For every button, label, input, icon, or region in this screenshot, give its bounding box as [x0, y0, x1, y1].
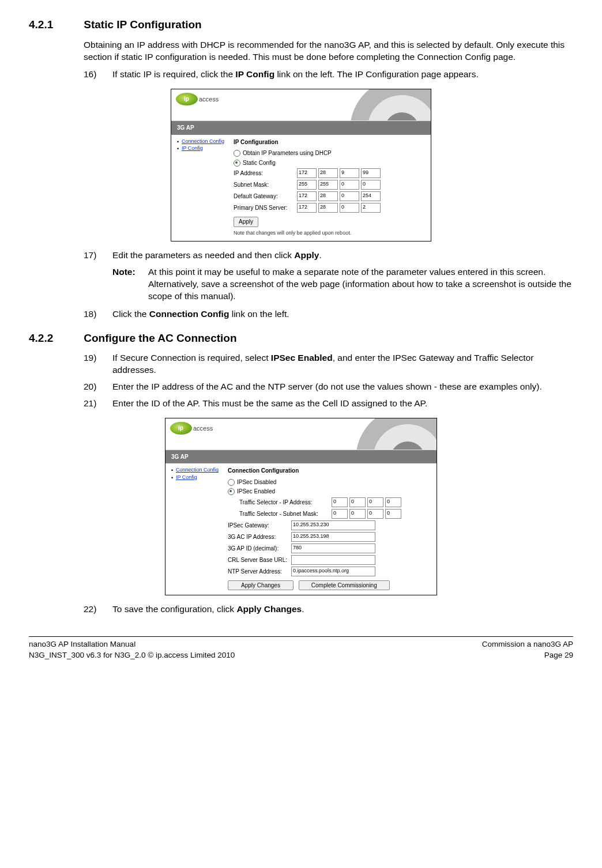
ipsec-gateway-input[interactable]: 10.255.253.230: [291, 520, 375, 530]
ts-ip-octet[interactable]: 0: [367, 497, 383, 507]
label-gateway: Default Gateway:: [234, 193, 297, 201]
ts-mask-octet[interactable]: 0: [349, 509, 366, 519]
ts-mask-octet[interactable]: 0: [367, 509, 383, 519]
step-text: To save the configuration, click Apply C…: [112, 603, 573, 616]
nav-ip-config[interactable]: IP Config: [182, 145, 203, 152]
step-number: 19): [84, 352, 112, 376]
label-ac-ip: 3G AC IP Address:: [228, 533, 291, 541]
heading-title: Static IP Configuration: [84, 18, 201, 31]
crl-input[interactable]: [291, 555, 375, 565]
ts-ip-octet[interactable]: 0: [349, 497, 366, 507]
ac-ip-input[interactable]: 10.255.253.198: [291, 532, 375, 542]
ts-mask-octet[interactable]: 0: [332, 509, 348, 519]
step-number: 21): [84, 398, 112, 410]
ts-mask-octet[interactable]: 0: [385, 509, 401, 519]
gw-octet[interactable]: 28: [318, 191, 338, 201]
step-number: 22): [84, 603, 112, 616]
gw-octet[interactable]: 172: [297, 191, 317, 201]
footer-chapter: Commission a nano3G AP: [482, 639, 573, 650]
screenshot-ip-config: ipaccess 3G AP •Connection Config •IP Co…: [171, 89, 431, 241]
banner-3g-ap: 3G AP: [165, 450, 437, 464]
label-ntp: NTP Server Address:: [228, 568, 291, 576]
mask-octet[interactable]: 255: [297, 180, 317, 190]
note-label: Note:: [112, 266, 148, 303]
nav-connection-config[interactable]: Connection Config: [176, 467, 219, 474]
mask-octet[interactable]: 0: [340, 180, 359, 190]
label-ipsec-gw: IPSec Gateway:: [228, 522, 291, 530]
step-text: Enter the ID of the AP. This must be the…: [112, 398, 573, 410]
step-number: 16): [84, 69, 112, 81]
step-text: Edit the parameters as needed and then c…: [112, 250, 573, 262]
step-16: 16) If static IP is required, click the …: [84, 69, 573, 81]
gw-octet[interactable]: 0: [340, 191, 359, 201]
decorative-arcs: [310, 418, 437, 450]
label-mask: Subnet Mask:: [234, 181, 297, 189]
label-ts-mask: Traffic Selector - Subnet Mask:: [228, 510, 332, 518]
apply-button[interactable]: Apply: [234, 217, 258, 227]
step-22: 22) To save the configuration, click App…: [84, 603, 573, 616]
step-text: If static IP is required, click the IP C…: [112, 69, 573, 81]
nav-connection-config[interactable]: Connection Config: [182, 138, 224, 145]
ts-ip-octet[interactable]: 0: [332, 497, 348, 507]
label-crl: CRL Server Base URL:: [228, 556, 291, 564]
ipaccess-logo: ipaccess: [176, 93, 219, 105]
step-number: 20): [84, 381, 112, 393]
radio-icon: [228, 488, 235, 495]
ip-octet[interactable]: 28: [318, 168, 338, 178]
dns-octet[interactable]: 0: [340, 203, 359, 213]
nav-ip-config[interactable]: IP Config: [176, 474, 197, 481]
step-17: 17) Edit the parameters as needed and th…: [84, 250, 573, 262]
form-title: Connection Configuration: [228, 467, 431, 475]
ip-octet[interactable]: 99: [361, 168, 381, 178]
heading-number: 4.2.2: [29, 331, 81, 346]
ap-id-input[interactable]: 780: [291, 544, 375, 553]
gw-octet[interactable]: 254: [361, 191, 381, 201]
footer-doc-version: N3G_INST_300 v6.3 for N3G_2.0 © ip.acces…: [29, 650, 235, 661]
mask-octet[interactable]: 255: [318, 180, 338, 190]
radio-icon: [228, 479, 235, 486]
step-number: 18): [84, 308, 112, 320]
ntp-input[interactable]: 0.ipaccess.pools.ntp.org: [291, 567, 375, 576]
step-number: 17): [84, 250, 112, 262]
intro-paragraph: Obtaining an IP address with DHCP is rec…: [84, 39, 573, 63]
step-text: Enter the IP address of the AC and the N…: [112, 381, 573, 393]
label-ip: IP Address:: [234, 169, 297, 178]
note-text: At this point it may be useful to make a…: [148, 266, 573, 303]
heading-421: 4.2.1 Static IP Configuration: [29, 17, 573, 32]
label-ap-id: 3G AP ID (decimal):: [228, 545, 291, 553]
radio-ipsec-disabled[interactable]: IPSec Disabled: [228, 478, 431, 486]
complete-commissioning-button[interactable]: Complete Commissioning: [299, 580, 390, 591]
radio-static[interactable]: Static Config: [234, 159, 425, 167]
step-21: 21) Enter the ID of the AP. This must be…: [84, 398, 573, 410]
screenshot-header: ipaccess: [171, 89, 431, 121]
screenshot-nav: •Connection Config •IP Config: [165, 463, 224, 595]
label-ts-ip: Traffic Selector - IP Address:: [228, 499, 332, 507]
footer-page: Page 29: [482, 650, 573, 661]
step-text: Click the Connection Config link on the …: [112, 308, 573, 320]
footer-doc-title: nano3G AP Installation Manual: [29, 639, 235, 650]
banner-3g-ap: 3G AP: [171, 121, 431, 135]
radio-icon: [234, 150, 240, 157]
step-18: 18) Click the Connection Config link on …: [84, 308, 573, 320]
ip-octet[interactable]: 9: [340, 168, 359, 178]
ip-octet[interactable]: 172: [297, 168, 317, 178]
dns-octet[interactable]: 2: [361, 203, 381, 213]
form-footnote: Note that changes will only be applied u…: [234, 229, 425, 236]
step-text: If Secure Connection is required, select…: [112, 352, 573, 376]
radio-dhcp[interactable]: Obtain IP Parameters using DHCP: [234, 149, 425, 157]
form-title: IP Configuration: [234, 138, 425, 146]
apply-changes-button[interactable]: Apply Changes: [228, 580, 294, 591]
dns-octet[interactable]: 172: [297, 203, 317, 213]
screenshot-header: ipaccess: [165, 418, 437, 450]
radio-ipsec-enabled[interactable]: IPSec Enabled: [228, 488, 431, 496]
mask-octet[interactable]: 0: [361, 180, 381, 190]
radio-icon: [234, 160, 240, 167]
decorative-arcs: [304, 89, 431, 121]
label-dns: Primary DNS Server:: [234, 204, 297, 212]
ts-ip-octet[interactable]: 0: [385, 497, 401, 507]
dns-octet[interactable]: 28: [318, 203, 338, 213]
step-19: 19) If Secure Connection is required, se…: [84, 352, 573, 376]
screenshot-connection-config: ipaccess 3G AP •Connection Config •IP Co…: [165, 418, 437, 596]
heading-title: Configure the AC Connection: [84, 332, 236, 344]
heading-number: 4.2.1: [29, 17, 81, 32]
